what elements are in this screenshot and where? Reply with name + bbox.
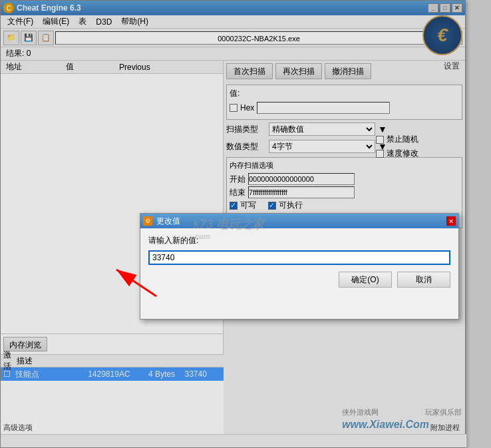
modal-prompt-label: 请输入新的值: bbox=[148, 235, 450, 246]
modal-close-button[interactable]: ✕ bbox=[446, 216, 456, 226]
modal-confirm-button[interactable]: 确定(O) bbox=[339, 272, 392, 288]
modal-title: 更改值 bbox=[156, 216, 180, 227]
modal-title-bar: ⚙ 更改值 ✕ bbox=[140, 214, 458, 228]
modal-content: 请输入新的值: 确定(O) 取消 bbox=[140, 228, 458, 294]
modal-value-input[interactable] bbox=[148, 250, 450, 265]
modal-input-row bbox=[148, 250, 450, 265]
modal-dialog: ⚙ 更改值 ✕ 请输入新的值: 确定(O) 取消 bbox=[140, 213, 459, 320]
modal-icon: ⚙ bbox=[143, 216, 152, 226]
modal-cancel-button[interactable]: 取消 bbox=[397, 272, 450, 288]
modal-buttons: 确定(O) 取消 bbox=[148, 272, 450, 288]
